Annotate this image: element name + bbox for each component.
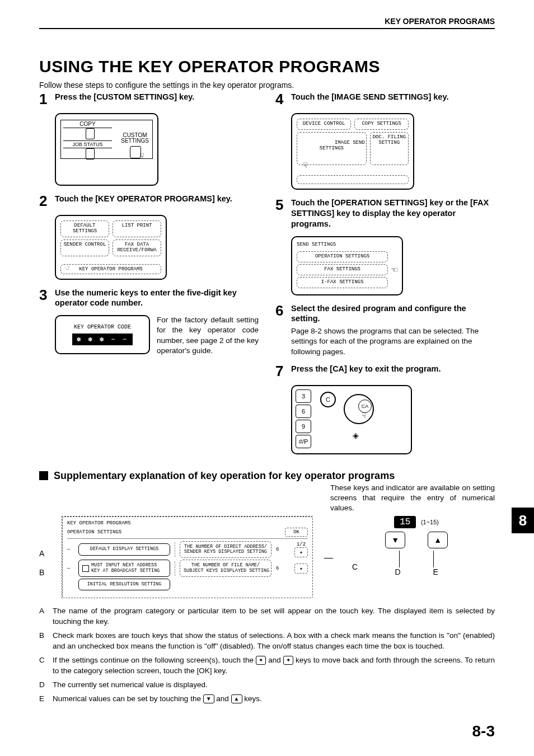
step-number: 4 <box>275 92 291 106</box>
diamond-icon: ◈ <box>353 431 359 440</box>
checkbox-label: MUST INPUT NEXT ADDRESS KEY AT BROADCAST… <box>91 563 160 574</box>
figure-operation-settings-panel: KEY OPERATOR PROGRAMS OPERATION SETTINGS… <box>62 516 313 599</box>
hand-pointer-icon: ☟ <box>362 411 367 420</box>
fax-data-key: FAX DATA RECEIVE/FORWA <box>113 240 161 256</box>
value-6b: 6 <box>276 566 279 571</box>
value-display: 15 <box>394 516 416 528</box>
step-6-description: Page 8-2 shows the programs that can be … <box>291 326 495 357</box>
up-arrow-key: ▲ <box>428 532 448 548</box>
step-5: 5 Touch the [OPERATION SETTINGS] key or … <box>275 198 495 229</box>
step-number: 2 <box>39 194 55 208</box>
step-4: 4 Touch the [IMAGE SEND SETTINGS] key. <box>275 92 495 106</box>
intro-text: Follow these steps to configure the sett… <box>39 81 495 90</box>
step-title: Touch the [OPERATION SETTINGS] key or th… <box>291 198 495 229</box>
def-C-mid: and <box>268 656 283 664</box>
step-2: 2 Touch the [KEY OPERATOR PROGRAMS] key. <box>39 194 259 208</box>
def-label-C: C <box>39 655 53 677</box>
direct-address-keys-setting: THE NUMBER OF DIRECT ADDRESS/ SENDER KEY… <box>180 541 271 558</box>
copy-label: COPY <box>63 120 112 128</box>
definitions-list: A The name of the program category or pa… <box>39 606 495 704</box>
ok-key: OK <box>285 528 308 537</box>
job-status-label: JOB STATUS <box>63 140 112 148</box>
figure-image-send-menu: DEVICE CONTROL COPY SETTINGS IMAGE SEND … <box>291 113 414 190</box>
step-title: Select the desired program and configure… <box>291 303 495 325</box>
figure-code-entry: KEY OPERATOR CODE ✽ ✽ ✽ − − <box>55 315 150 354</box>
value-range: (1~15) <box>421 519 439 525</box>
label-D: D <box>395 567 400 576</box>
up-key-icon: ▲ <box>231 694 242 703</box>
ab-label-column: A B <box>39 516 50 582</box>
must-input-next-address-key: MUST INPUT NEXT ADDRESS KEY AT BROADCAST… <box>78 560 170 577</box>
doc-filing-key: DOC. FILING SETTING <box>370 132 409 165</box>
c-key: C <box>320 392 336 407</box>
device-control-key: DEVICE CONTROL <box>297 119 351 130</box>
label-E: E <box>433 567 438 576</box>
key-operator-programs-key: KEY OPERATOR PROGRAMS ☜ <box>60 264 161 274</box>
step-7: 7 Press the [CA] key to exit the program… <box>275 364 495 378</box>
step-title: Touch the [IMAGE SEND SETTINGS] key. <box>291 92 495 102</box>
kop-label: KEY OPERATOR PROGRAMS <box>79 266 142 272</box>
panel-title-2: OPERATION SETTINGS <box>67 529 121 535</box>
step-title: Touch the [KEY OPERATOR PROGRAMS] key. <box>55 194 259 204</box>
def-C-pre: If the settings continue on the followin… <box>53 656 256 664</box>
default-display-settings-key: DEFAULT DISPLAY SETTINGS <box>78 543 170 555</box>
initial-resolution-setting-key: INITIAL RESOLUTION SETTING <box>78 579 170 590</box>
hand-pointer-icon: ☟ <box>139 152 144 161</box>
key-3: 3 <box>296 389 311 403</box>
blank-key <box>297 175 409 184</box>
page-down-key-icon: ✦ <box>283 656 293 665</box>
key-6: 6 <box>296 405 311 418</box>
def-label-E: E <box>39 694 53 705</box>
key-hash-p: #/P <box>296 435 311 448</box>
chapter-tab: 8 <box>512 508 534 533</box>
figure-key-operator-menu: DEFAULT SETTINGS LIST PRINT SENDER CONTR… <box>55 215 167 280</box>
page-title: USING THE KEY OPERATOR PROGRAMS <box>39 57 495 76</box>
def-E-pre: Numerical values can be set by touching … <box>53 694 203 703</box>
def-E-post: keys. <box>244 694 262 703</box>
send-settings-header: SEND SETTINGS <box>297 242 397 247</box>
label-A: A <box>39 544 50 563</box>
label-C: C <box>352 542 358 571</box>
step-1: 1 Press the [CUSTOM SETTINGS] key. <box>39 92 259 106</box>
step-number: 1 <box>39 92 55 106</box>
step-number: 5 <box>275 198 291 229</box>
key-9: 9 <box>296 420 311 433</box>
list-print-key: LIST PRINT <box>113 220 161 237</box>
fax-settings-key: FAX SETTINGS <box>297 264 388 275</box>
figure-keypad: 3 6 9 #/P C CA ☟ ◈ <box>291 385 412 454</box>
figure-custom-settings-panel: COPY JOB STATUS CUSTOM SETTINGS ☟ <box>55 113 158 186</box>
step-3: 3 Use the numeric keys to enter the five… <box>39 288 259 309</box>
ifax-settings-key: I-FAX SETTINGS <box>297 277 388 288</box>
down-key-icon: ▼ <box>203 694 214 703</box>
scroll-up-key: ✦ <box>294 547 308 557</box>
hand-pointer-icon: ☜ <box>391 264 397 276</box>
step-number: 6 <box>275 303 291 357</box>
checkbox-icon <box>82 565 89 572</box>
section-2-intro: These keys and indicator are available o… <box>330 483 495 514</box>
custom-settings-label: CUSTOM SETTINGS <box>121 133 149 144</box>
page-number: 8-3 <box>472 722 495 740</box>
step-title: Use the numeric keys to enter the five-d… <box>55 288 259 309</box>
operation-settings-key: OPERATION SETTINGS <box>297 251 388 262</box>
def-text-D: The currently set numerical value is dis… <box>53 680 208 691</box>
step-number: 3 <box>39 288 55 309</box>
image-send-label: IMAGE SEND SETTINGS <box>320 140 365 151</box>
default-settings-key: DEFAULT SETTINGS <box>60 220 109 237</box>
def-text-E: Numerical values can be set by touching … <box>53 694 262 705</box>
label-B: B <box>39 563 50 582</box>
page-up-key-icon: ✦ <box>256 656 266 665</box>
copy-settings-key: COPY SETTINGS <box>354 119 409 130</box>
panel-title-1: KEY OPERATOR PROGRAMS <box>67 520 308 526</box>
def-E-mid: and <box>216 694 231 703</box>
page-indicator: 1/2 <box>294 542 308 547</box>
code-label: KEY OPERATOR CODE <box>60 324 144 330</box>
def-label-A: A <box>39 606 53 627</box>
code-field: ✽ ✽ ✽ − − <box>72 334 133 345</box>
step-6: 6 Select the desired program and configu… <box>275 303 495 357</box>
step-title: Press the [CUSTOM SETTINGS] key. <box>55 92 259 102</box>
section-2-heading: Supplementary explanation of key operati… <box>54 470 395 482</box>
hand-pointer-icon: ☜ <box>64 264 69 273</box>
def-text-A: The name of the program category or part… <box>53 606 495 627</box>
image-send-settings-key: IMAGE SEND SETTINGS ☟ <box>297 132 367 165</box>
hand-pointer-icon: ☟ <box>303 162 307 170</box>
